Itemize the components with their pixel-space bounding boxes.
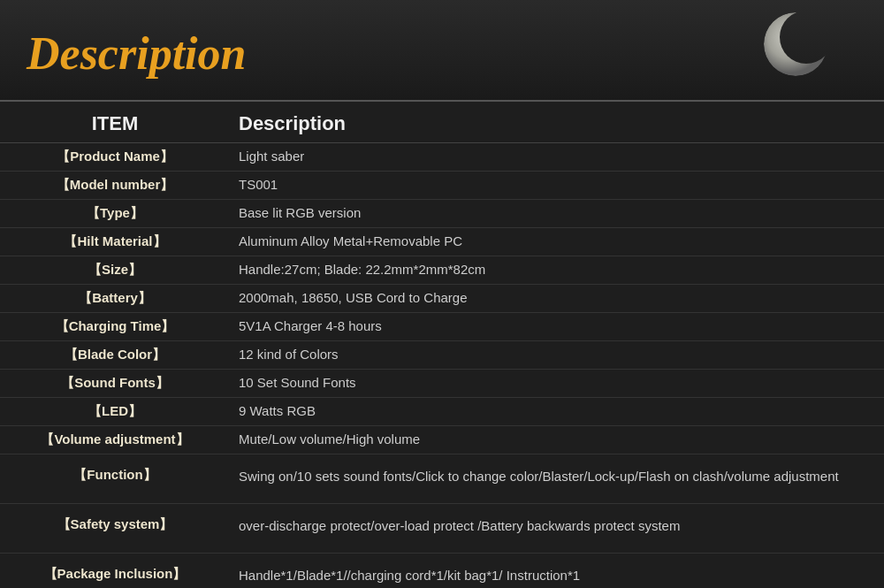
row-label: 【Sound Fonts】 [0, 371, 230, 395]
table-row: 【Model number】TS001 [0, 172, 884, 200]
row-value: Swing on/10 sets sound fonts/Click to ch… [230, 463, 884, 491]
col-item-header: ITEM [0, 112, 230, 135]
row-label: 【Function】 [0, 463, 230, 487]
row-value: Light saber [230, 143, 884, 171]
row-value: 12 kind of Colors [230, 341, 884, 369]
row-value: Aluminum Alloy Metal+Removable PC [230, 228, 884, 256]
table-row: 【Blade Color】12 kind of Colors [0, 341, 884, 370]
table-row: 【Product Name】Light saber [0, 143, 884, 172]
description-table: ITEM Description 【Product Name】Light sab… [0, 102, 884, 588]
row-value: Mute/Low volume/High volume [230, 426, 884, 454]
table-row: 【Package Inclusion】Handle*1/Blade*1//cha… [0, 554, 884, 588]
table-row: 【Function】Swing on/10 sets sound fonts/C… [0, 454, 884, 504]
row-value: 5V1A Charger 4-8 hours [230, 313, 884, 340]
table-header: ITEM Description [0, 102, 884, 143]
row-label: 【Type】 [0, 202, 230, 225]
table-row: 【Sound Fonts】10 Set Sound Fonts [0, 370, 884, 398]
row-label: 【Safety system】 [0, 513, 230, 537]
row-label: 【Charging Time】 [0, 315, 230, 339]
row-value: Handle*1/Blade*1//charging cord*1/kit ba… [230, 562, 884, 588]
content-area: ITEM Description 【Product Name】Light sab… [0, 102, 884, 588]
row-label: 【Hilt Material】 [0, 230, 230, 254]
row-label: 【Size】 [0, 258, 230, 282]
table-row: 【LED】9 Watts RGB [0, 398, 884, 426]
table-row: 【Size】Handle:27cm; Blade: 22.2mm*2mm*82c… [0, 256, 884, 285]
table-row: 【Battery】2000mah, 18650, USB Cord to Cha… [0, 285, 884, 313]
moon-decoration [760, 9, 831, 80]
row-value: TS001 [230, 172, 884, 199]
row-label: 【Battery】 [0, 286, 230, 310]
row-label: 【Package Inclusion】 [0, 562, 230, 586]
row-label: 【Volume adjustment】 [0, 428, 230, 452]
row-label: 【Model number】 [0, 173, 230, 197]
page-title: Description [27, 27, 246, 80]
col-desc-header: Description [230, 112, 884, 135]
row-value: 9 Watts RGB [230, 398, 884, 425]
header: Description [0, 0, 884, 102]
table-row: 【Hilt Material】Aluminum Alloy Metal+Remo… [0, 228, 884, 256]
table-row: 【Safety system】over-discharge protect/ov… [0, 504, 884, 554]
row-value: 2000mah, 18650, USB Cord to Charge [230, 285, 884, 312]
row-value: 10 Set Sound Fonts [230, 370, 884, 397]
table-row: 【Type】Base lit RGB version [0, 200, 884, 228]
row-label: 【Product Name】 [0, 145, 230, 169]
row-value: over-discharge protect/over-load protect… [230, 513, 884, 540]
table-row: 【Charging Time】5V1A Charger 4-8 hours [0, 313, 884, 341]
table-row: 【Volume adjustment】Mute/Low volume/High … [0, 426, 884, 454]
svg-point-2 [764, 12, 827, 76]
row-value: Handle:27cm; Blade: 22.2mm*2mm*82cm [230, 256, 884, 284]
row-label: 【LED】 [0, 400, 230, 424]
row-value: Base lit RGB version [230, 200, 884, 227]
row-label: 【Blade Color】 [0, 343, 230, 367]
